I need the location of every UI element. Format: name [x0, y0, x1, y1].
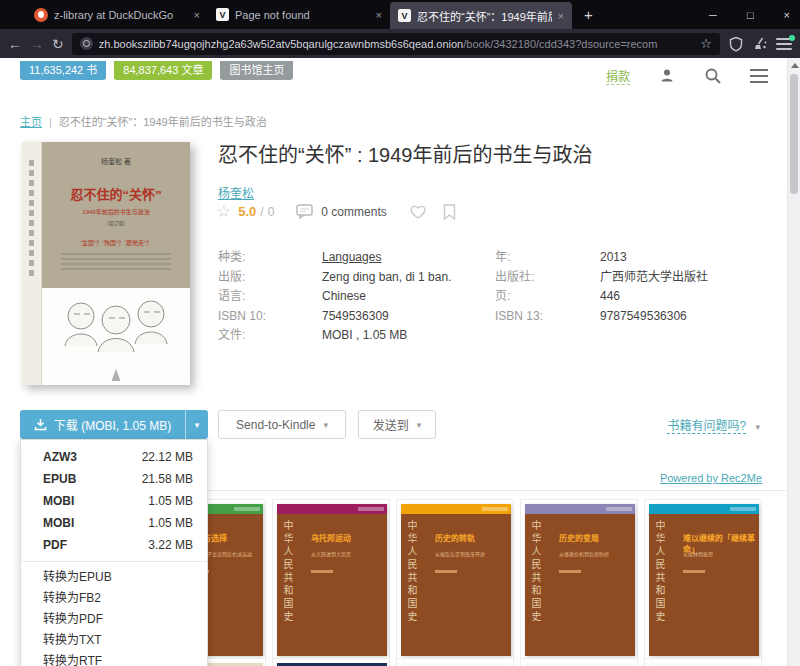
download-split-button: 下载 (MOBI, 1.05 MB) ▾ — [20, 410, 208, 439]
book-cover-spine — [22, 142, 42, 385]
new-tab-button[interactable]: + — [584, 6, 593, 23]
book-cover-bottom — [42, 288, 190, 385]
rating-star-icon[interactable]: ☆ — [216, 203, 231, 220]
zlibrary-favicon: V — [398, 9, 411, 22]
author-link[interactable]: 杨奎松 — [218, 184, 254, 201]
related-book-card[interactable] — [396, 658, 514, 666]
related-book-card[interactable] — [272, 658, 390, 666]
related-book-author-mark — [435, 570, 457, 573]
meta-row-year: 年:2013 — [495, 248, 765, 268]
articles-count-badge[interactable]: 84,837,643 文章 — [114, 61, 212, 80]
send-to-kindle-button[interactable]: Send-to-Kindle ▾ — [218, 410, 346, 439]
related-book-card[interactable]: 中华人民共和国史 历史的转轨 从拨乱反正到改革开放 — [396, 499, 514, 663]
tab-book-page-active[interactable]: V 忍不住的“关怀”：1949年前后的 × — [390, 2, 572, 29]
user-icon[interactable] — [658, 67, 676, 85]
cover-top-bar — [525, 504, 635, 514]
book-meta-right: 年:2013 出版社:广西师范大学出版社 页:446 ISBN 13:97875… — [495, 248, 765, 326]
tab-title: 忍不住的“关怀”：1949年前后的 — [417, 8, 552, 24]
download-button[interactable]: 下载 (MOBI, 1.05 MB) — [20, 410, 185, 439]
related-book-card[interactable]: 中华人民共和国史 难以继续的「继续革命」 从批林到批邓 — [644, 499, 762, 663]
rating-divider: / — [260, 205, 263, 219]
broom-icon[interactable] — [752, 36, 768, 52]
powered-by: Powered by Rec2Me — [660, 472, 762, 484]
donate-link[interactable]: 捐款 — [606, 67, 630, 85]
tab-title: Page not found — [235, 9, 370, 21]
related-book-subtitle: 从大跃进到大饥荒 — [311, 551, 381, 558]
breadcrumb-separator: | — [49, 116, 52, 128]
tab-duckduckgo[interactable]: z-library at DuckDuckGo × — [26, 0, 208, 29]
scrollbar-thumb[interactable] — [790, 74, 798, 194]
menu-item-pdf[interactable]: PDF3.22 MB — [21, 534, 207, 556]
menu-item-convert-txt[interactable]: 转换为TXT — [21, 630, 207, 651]
meta-label: 出版: — [218, 268, 322, 288]
scroll-up-arrow[interactable] — [791, 63, 799, 68]
menu-item-azw3[interactable]: AZW322.12 MB — [21, 446, 207, 468]
url-bar[interactable]: zh.bookszlibb74ugqojhzhg2a63w5i2atv5bqar… — [72, 33, 720, 55]
meta-row-kind: 种类:Languages — [218, 248, 478, 268]
back-button[interactable]: ← — [8, 37, 22, 51]
page-scrollbar[interactable] — [787, 58, 800, 666]
book-issue-link[interactable]: 书籍有问题吗? — [667, 419, 746, 434]
site-menu-icon[interactable] — [750, 69, 768, 83]
browser-menu-icon[interactable] — [776, 38, 792, 50]
tab-bar: z-library at DuckDuckGo × V Page not fou… — [0, 0, 800, 29]
related-book-card[interactable] — [520, 658, 638, 666]
maximize-button[interactable]: □ — [747, 9, 754, 21]
tab-close-icon[interactable]: × — [558, 10, 564, 22]
library-home-badge[interactable]: 图书馆主页 — [220, 61, 293, 80]
related-book-card[interactable]: 中华人民共和国史 乌托邦运动 从大跃进到大饥荒 — [272, 499, 390, 663]
related-book-cover[interactable]: 中华人民共和国史 历史的转轨 从拨乱反正到改革开放 — [401, 504, 511, 656]
breadcrumb-home-link[interactable]: 主页 — [20, 116, 42, 128]
books-count-badge[interactable]: 11,635,242 书 — [20, 61, 106, 80]
tab-page-not-found[interactable]: V Page not found × — [208, 0, 390, 29]
format-name: MOBI — [43, 515, 74, 531]
menu-item-convert-fb2[interactable]: 转换为FB2 — [21, 588, 207, 609]
menu-item-convert-rtf[interactable]: 转换为RTF — [21, 651, 207, 666]
rating-row: ☆ 5.0 / 0 0 comments — [216, 203, 456, 220]
related-book-cover[interactable]: 中华人民共和国史 乌托邦运动 从大跃进到大饥荒 — [277, 504, 387, 656]
rec2me-link[interactable]: Powered by Rec2Me — [660, 472, 762, 484]
reload-button[interactable]: ↻ — [52, 37, 64, 51]
menu-item-epub[interactable]: EPUB21.58 MB — [21, 468, 207, 490]
tab-close-icon[interactable]: × — [194, 9, 200, 21]
meta-label: ISBN 13: — [495, 307, 600, 327]
bookmark-icon[interactable] — [443, 204, 456, 220]
shield-icon[interactable] — [728, 36, 744, 52]
close-button[interactable]: × — [784, 9, 790, 21]
menu-item-convert-pdf[interactable]: 转换为PDF — [21, 609, 207, 630]
related-book-subtitle: 从批林到批邓 — [683, 551, 753, 558]
minimize-button[interactable]: ─ — [709, 9, 717, 21]
book-cover[interactable]: 杨奎松 著 忍不住的“关怀” 1949年前后的书生与政治 〔增订版〕 “爱国”？… — [22, 142, 190, 385]
menu-item-mobi-1[interactable]: MOBI1.05 MB — [21, 490, 207, 512]
forward-button[interactable]: → — [30, 37, 44, 51]
page-content: 11,635,242 书 84,837,643 文章 图书馆主页 捐款 主页|忍… — [0, 58, 800, 666]
comment-icon[interactable] — [296, 204, 313, 219]
meta-value: 广西师范大学出版社 — [600, 268, 708, 288]
bookmark-star-icon[interactable]: ☆ — [700, 36, 712, 51]
languages-link[interactable]: Languages — [322, 248, 381, 268]
meta-label: 出版社: — [495, 268, 600, 288]
related-book-cover[interactable]: 中华人民共和国史 历史的变局 从挽救危机到反修防修 — [525, 504, 635, 656]
download-format-menu: AZW322.12 MB EPUB21.58 MB MOBI1.05 MB MO… — [20, 439, 208, 666]
duckduckgo-favicon — [34, 8, 48, 22]
comments-count[interactable]: 0 comments — [321, 205, 386, 219]
related-book-card[interactable] — [644, 658, 762, 666]
related-book-card[interactable]: 中华人民共和国史 历史的变局 从挽救危机到反修防修 — [520, 499, 638, 663]
meta-label: 页: — [495, 287, 600, 307]
menu-item-convert-epub[interactable]: 转换为EPUB — [21, 567, 207, 588]
menu-item-mobi-2[interactable]: MOBI1.05 MB — [21, 512, 207, 534]
related-book-cover[interactable]: 中华人民共和国史 难以继续的「继续革命」 从批林到批邓 — [649, 504, 759, 656]
meta-label: 种类: — [218, 248, 322, 268]
cover-top-bar — [277, 504, 387, 514]
meta-value: 7549536309 — [322, 307, 389, 327]
related-book-author-mark — [683, 570, 705, 573]
favorite-heart-icon[interactable] — [409, 204, 427, 220]
search-icon[interactable] — [704, 67, 722, 85]
url-text[interactable]: zh.bookszlibb74ugqojhzhg2a63w5i2atv5bqar… — [99, 38, 695, 50]
meta-value: Chinese — [322, 287, 366, 307]
download-caret-button[interactable]: ▾ — [185, 410, 208, 439]
tab-close-icon[interactable]: × — [376, 9, 382, 21]
send-to-button[interactable]: 发送到 ▾ — [358, 410, 436, 439]
meta-value: Zeng ding ban, di 1 ban. — [322, 268, 451, 288]
send-to-label: 发送到 — [373, 416, 409, 433]
